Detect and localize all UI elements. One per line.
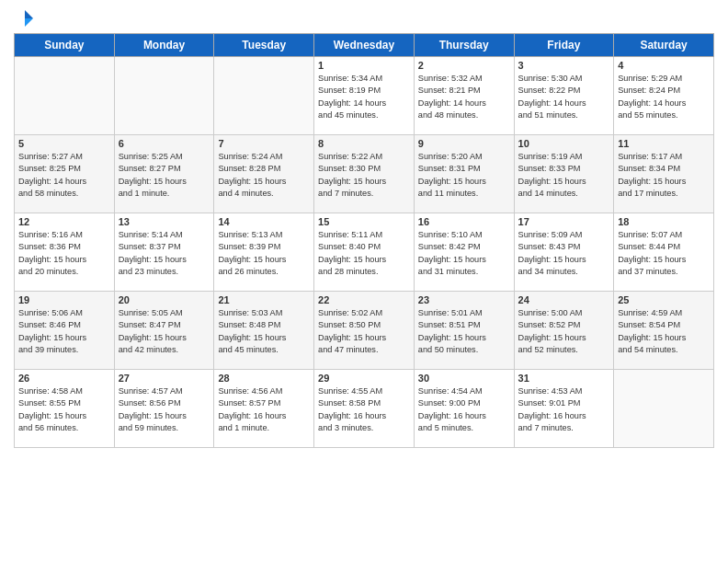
day-number: 17 — [518, 216, 610, 227]
calendar-cell: 7Sunrise: 5:24 AMSunset: 8:28 PMDaylight… — [214, 135, 314, 213]
calendar-cell: 9Sunrise: 5:20 AMSunset: 8:31 PMDaylight… — [414, 135, 514, 213]
calendar-cell: 23Sunrise: 5:01 AMSunset: 8:51 PMDayligh… — [414, 292, 514, 370]
day-number: 10 — [518, 138, 610, 149]
day-number: 20 — [119, 294, 210, 305]
calendar-cell: 17Sunrise: 5:09 AMSunset: 8:43 PMDayligh… — [514, 213, 614, 292]
calendar-cell: 6Sunrise: 5:25 AMSunset: 8:27 PMDaylight… — [114, 135, 214, 213]
day-number: 6 — [119, 138, 210, 149]
calendar-cell — [15, 57, 115, 135]
day-number: 26 — [18, 373, 110, 384]
day-info: Sunrise: 5:02 AMSunset: 8:50 PMDaylight:… — [318, 307, 410, 356]
calendar-cell: 30Sunrise: 4:54 AMSunset: 9:00 PMDayligh… — [414, 370, 514, 448]
day-info: Sunrise: 5:17 AMSunset: 8:34 PMDaylight:… — [618, 151, 710, 200]
calendar-header-row: SundayMondayTuesdayWednesdayThursdayFrid… — [15, 34, 714, 57]
day-info: Sunrise: 5:14 AMSunset: 8:37 PMDaylight:… — [119, 229, 210, 278]
calendar-cell: 4Sunrise: 5:29 AMSunset: 8:24 PMDaylight… — [614, 57, 714, 135]
day-info: Sunrise: 5:19 AMSunset: 8:33 PMDaylight:… — [518, 151, 610, 200]
day-number: 27 — [119, 373, 210, 384]
page: SundayMondayTuesdayWednesdayThursdayFrid… — [0, 0, 728, 563]
day-number: 1 — [318, 60, 410, 71]
calendar-header-monday: Monday — [114, 34, 214, 57]
calendar-cell: 8Sunrise: 5:22 AMSunset: 8:30 PMDaylight… — [314, 135, 415, 213]
day-number: 5 — [18, 138, 110, 149]
calendar-cell: 16Sunrise: 5:10 AMSunset: 8:42 PMDayligh… — [414, 213, 514, 292]
day-info: Sunrise: 4:55 AMSunset: 8:58 PMDaylight:… — [318, 385, 410, 434]
day-info: Sunrise: 5:25 AMSunset: 8:27 PMDaylight:… — [119, 151, 210, 200]
day-number: 12 — [18, 216, 110, 227]
day-info: Sunrise: 4:54 AMSunset: 9:00 PMDaylight:… — [418, 385, 510, 434]
day-info: Sunrise: 4:59 AMSunset: 8:54 PMDaylight:… — [618, 307, 710, 356]
day-info: Sunrise: 5:32 AMSunset: 8:21 PMDaylight:… — [418, 73, 510, 121]
day-number: 11 — [618, 138, 710, 149]
calendar-cell: 18Sunrise: 5:07 AMSunset: 8:44 PMDayligh… — [614, 213, 714, 292]
day-info: Sunrise: 5:20 AMSunset: 8:31 PMDaylight:… — [418, 151, 510, 200]
calendar-cell: 22Sunrise: 5:02 AMSunset: 8:50 PMDayligh… — [314, 292, 415, 370]
calendar-cell: 11Sunrise: 5:17 AMSunset: 8:34 PMDayligh… — [614, 135, 714, 213]
calendar-cell: 21Sunrise: 5:03 AMSunset: 8:48 PMDayligh… — [214, 292, 314, 370]
day-info: Sunrise: 5:29 AMSunset: 8:24 PMDaylight:… — [618, 73, 710, 121]
day-number: 31 — [518, 373, 610, 384]
calendar-week-row: 26Sunrise: 4:58 AMSunset: 8:55 PMDayligh… — [15, 370, 714, 448]
calendar-cell: 29Sunrise: 4:55 AMSunset: 8:58 PMDayligh… — [314, 370, 415, 448]
day-info: Sunrise: 5:16 AMSunset: 8:36 PMDaylight:… — [18, 229, 110, 278]
day-number: 7 — [218, 138, 310, 149]
calendar-cell: 28Sunrise: 4:56 AMSunset: 8:57 PMDayligh… — [214, 370, 314, 448]
calendar-cell: 5Sunrise: 5:27 AMSunset: 8:25 PMDaylight… — [15, 135, 115, 213]
calendar-cell: 25Sunrise: 4:59 AMSunset: 8:54 PMDayligh… — [614, 292, 714, 370]
day-number: 4 — [618, 60, 710, 71]
day-number: 21 — [218, 294, 310, 305]
logo — [14, 9, 34, 28]
day-info: Sunrise: 5:06 AMSunset: 8:46 PMDaylight:… — [18, 307, 110, 356]
calendar-header-tuesday: Tuesday — [214, 34, 314, 57]
calendar-cell: 26Sunrise: 4:58 AMSunset: 8:55 PMDayligh… — [15, 370, 115, 448]
day-number: 9 — [418, 138, 510, 149]
day-number: 13 — [119, 216, 210, 227]
calendar-cell: 13Sunrise: 5:14 AMSunset: 8:37 PMDayligh… — [114, 213, 214, 292]
day-info: Sunrise: 5:07 AMSunset: 8:44 PMDaylight:… — [618, 229, 710, 278]
day-info: Sunrise: 5:03 AMSunset: 8:48 PMDaylight:… — [218, 307, 310, 356]
header — [14, 9, 714, 28]
day-info: Sunrise: 4:58 AMSunset: 8:55 PMDaylight:… — [18, 385, 110, 434]
calendar-cell: 24Sunrise: 5:00 AMSunset: 8:52 PMDayligh… — [514, 292, 614, 370]
calendar-cell: 15Sunrise: 5:11 AMSunset: 8:40 PMDayligh… — [314, 213, 415, 292]
day-number: 18 — [618, 216, 710, 227]
day-info: Sunrise: 5:13 AMSunset: 8:39 PMDaylight:… — [218, 229, 310, 278]
calendar: SundayMondayTuesdayWednesdayThursdayFrid… — [14, 33, 714, 448]
calendar-cell — [114, 57, 214, 135]
calendar-cell: 3Sunrise: 5:30 AMSunset: 8:22 PMDaylight… — [514, 57, 614, 135]
day-info: Sunrise: 4:56 AMSunset: 8:57 PMDaylight:… — [218, 385, 310, 434]
calendar-header-thursday: Thursday — [414, 34, 514, 57]
day-info: Sunrise: 4:57 AMSunset: 8:56 PMDaylight:… — [119, 385, 210, 434]
day-info: Sunrise: 5:00 AMSunset: 8:52 PMDaylight:… — [518, 307, 610, 356]
day-number: 2 — [418, 60, 510, 71]
calendar-week-row: 12Sunrise: 5:16 AMSunset: 8:36 PMDayligh… — [15, 213, 714, 292]
day-number: 3 — [518, 60, 610, 71]
day-number: 30 — [418, 373, 510, 384]
day-number: 25 — [618, 294, 710, 305]
day-info: Sunrise: 5:30 AMSunset: 8:22 PMDaylight:… — [518, 73, 610, 121]
calendar-header-wednesday: Wednesday — [314, 34, 415, 57]
day-info: Sunrise: 5:10 AMSunset: 8:42 PMDaylight:… — [418, 229, 510, 278]
svg-marker-0 — [25, 10, 33, 18]
calendar-week-row: 5Sunrise: 5:27 AMSunset: 8:25 PMDaylight… — [15, 135, 714, 213]
day-number: 28 — [218, 373, 310, 384]
day-info: Sunrise: 5:22 AMSunset: 8:30 PMDaylight:… — [318, 151, 410, 200]
calendar-header-friday: Friday — [514, 34, 614, 57]
calendar-cell: 27Sunrise: 4:57 AMSunset: 8:56 PMDayligh… — [114, 370, 214, 448]
calendar-cell: 20Sunrise: 5:05 AMSunset: 8:47 PMDayligh… — [114, 292, 214, 370]
day-number: 29 — [318, 373, 410, 384]
day-number: 22 — [318, 294, 410, 305]
day-info: Sunrise: 5:34 AMSunset: 8:19 PMDaylight:… — [318, 73, 410, 121]
day-number: 8 — [318, 138, 410, 149]
calendar-header-saturday: Saturday — [614, 34, 714, 57]
calendar-cell — [614, 370, 714, 448]
calendar-cell: 12Sunrise: 5:16 AMSunset: 8:36 PMDayligh… — [15, 213, 115, 292]
calendar-header-sunday: Sunday — [15, 34, 115, 57]
day-info: Sunrise: 5:11 AMSunset: 8:40 PMDaylight:… — [318, 229, 410, 278]
calendar-cell — [214, 57, 314, 135]
day-info: Sunrise: 5:05 AMSunset: 8:47 PMDaylight:… — [119, 307, 210, 356]
calendar-week-row: 19Sunrise: 5:06 AMSunset: 8:46 PMDayligh… — [15, 292, 714, 370]
day-number: 19 — [18, 294, 110, 305]
day-number: 16 — [418, 216, 510, 227]
day-number: 15 — [318, 216, 410, 227]
